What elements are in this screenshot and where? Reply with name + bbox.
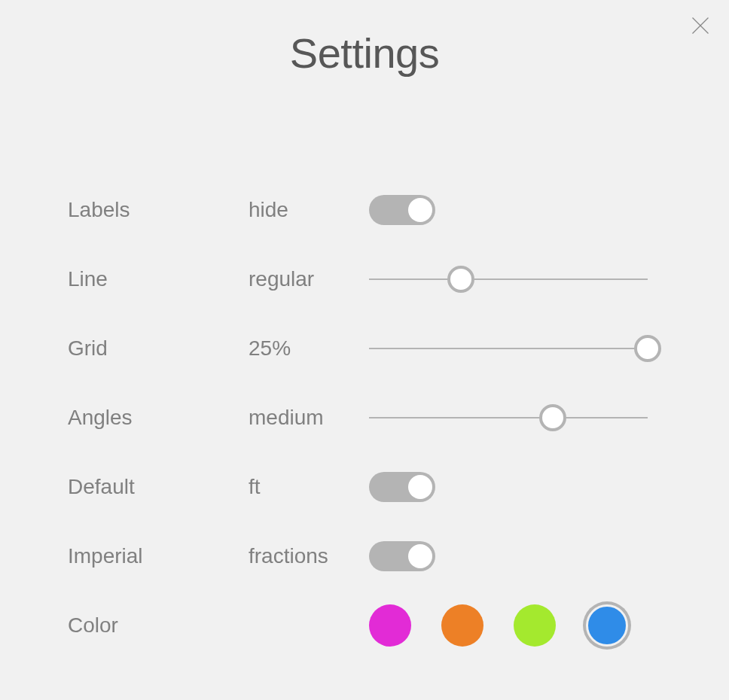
line-label: Line	[68, 267, 249, 291]
toggle-knob	[408, 198, 432, 222]
slider-thumb	[634, 335, 661, 362]
color-swatch-lime[interactable]	[514, 604, 556, 647]
grid-value: 25%	[249, 336, 369, 361]
labels-toggle[interactable]	[369, 195, 435, 225]
row-line: Line regular	[68, 245, 661, 314]
slider-track	[369, 348, 648, 349]
labels-label: Labels	[68, 198, 249, 222]
toggle-knob	[408, 475, 432, 499]
row-color: Color	[68, 591, 661, 660]
default-toggle[interactable]	[369, 472, 435, 502]
row-default: Default ft	[68, 452, 661, 522]
grid-label: Grid	[68, 336, 249, 361]
line-value: regular	[249, 267, 369, 291]
color-swatch-orange[interactable]	[441, 604, 483, 647]
color-label: Color	[68, 613, 249, 638]
slider-track	[369, 278, 648, 280]
row-angles: Angles medium	[68, 383, 661, 452]
angles-value: medium	[249, 406, 369, 430]
angles-slider[interactable]	[369, 404, 648, 431]
default-value: ft	[249, 475, 369, 499]
row-imperial: Imperial fractions	[68, 522, 661, 591]
imperial-label: Imperial	[68, 544, 249, 568]
imperial-value: fractions	[249, 544, 369, 568]
slider-track	[369, 417, 648, 418]
default-label: Default	[68, 475, 249, 499]
page-title: Settings	[0, 29, 729, 78]
line-slider[interactable]	[369, 266, 648, 293]
angles-label: Angles	[68, 406, 249, 430]
color-swatch-blue[interactable]	[586, 604, 628, 647]
toggle-knob	[408, 544, 432, 568]
close-icon	[690, 15, 711, 36]
row-grid: Grid 25%	[68, 314, 661, 383]
slider-thumb	[539, 404, 566, 431]
grid-slider[interactable]	[369, 335, 648, 362]
settings-list: Labels hide Line regular Grid 25%	[0, 175, 729, 660]
slider-thumb	[447, 266, 474, 293]
labels-value: hide	[249, 198, 369, 222]
row-labels: Labels hide	[68, 175, 661, 245]
imperial-toggle[interactable]	[369, 541, 435, 571]
close-button[interactable]	[688, 14, 712, 38]
color-swatch-magenta[interactable]	[369, 604, 411, 647]
color-swatches	[369, 604, 628, 647]
